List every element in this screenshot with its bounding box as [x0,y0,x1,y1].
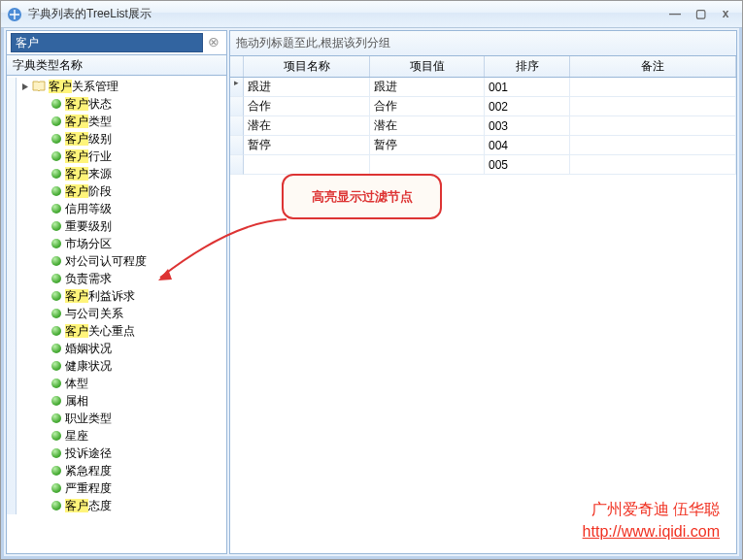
tree-node[interactable]: 投诉途径 [17,445,226,462]
tree-node[interactable]: 客户级别 [17,130,226,148]
tree-body: 客户关系管理客户状态客户类型客户级别客户行业客户来源客户阶段信用等级重要级别市场… [7,76,226,553]
node-label: 市场分区 [65,236,112,252]
node-label: 体型 [65,376,88,392]
node-label: 客户类型 [65,114,112,130]
tree-node[interactable]: 重要级别 [17,217,226,235]
tree-node[interactable]: 体型 [17,375,226,392]
bullet-icon [51,99,61,109]
grid-header: 项目名称 项目值 排序 备注 [230,56,736,78]
node-label: 职业类型 [65,411,112,427]
minimize-button[interactable]: — [664,7,686,22]
tree-node[interactable]: 客户类型 [17,113,226,130]
tree-node[interactable]: 对公司认可程度 [17,252,226,270]
search-input[interactable] [11,33,203,52]
table-row[interactable]: 005 [230,155,736,175]
bullet-icon [51,239,61,248]
tree-node[interactable]: 客户行业 [17,148,226,165]
annotation-callout: 高亮显示过滤节点 [282,174,442,219]
tree-node[interactable]: 客户态度 [17,497,226,514]
table-row[interactable]: 潜在潜在003 [230,116,736,136]
cell-value: 跟进 [370,78,485,97]
column-header-value[interactable]: 项目值 [370,56,485,77]
node-label: 星座 [65,428,88,445]
bullet-icon [51,116,61,126]
watermark: 广州爱奇迪 伍华聪 http://www.iqidi.com [583,499,720,543]
row-indicator: ▸ [230,78,244,97]
bullet-icon [51,151,61,161]
node-label: 信用等级 [65,201,112,217]
tree-root-node[interactable]: 客户关系管理 [17,78,226,95]
tree-node[interactable]: 属相 [17,392,226,410]
node-label: 客户级别 [65,131,112,148]
tree-panel: ⊗ 字典类型名称 客户关系管理客户状态客户类型客户级别客户行业客户来源客户阶段信… [6,30,227,554]
app-icon [7,7,22,22]
cell-sort: 002 [485,97,570,116]
node-label: 客户阶段 [65,183,112,200]
bullet-icon [51,274,61,283]
tree-node[interactable]: 与公司关系 [17,305,226,322]
tree-node[interactable]: 婚姻状况 [17,340,226,357]
content-area: ⊗ 字典类型名称 客户关系管理客户状态客户类型客户级别客户行业客户来源客户阶段信… [1,28,742,559]
column-header-remark[interactable]: 备注 [570,56,736,77]
tree-column-header[interactable]: 字典类型名称 [7,54,226,76]
node-label: 婚姻状况 [65,341,112,357]
node-label: 客户利益诉求 [65,288,135,305]
row-indicator [230,136,244,155]
node-label: 客户态度 [65,498,112,514]
cell-value [370,155,485,175]
cell-value: 暂停 [370,136,485,155]
bullet-icon [51,256,61,266]
cell-value: 合作 [370,97,485,116]
tree-node[interactable]: 负责需求 [17,270,226,287]
table-row[interactable]: 合作合作002 [230,97,736,116]
cell-remark [570,116,736,136]
bullet-icon [51,309,61,318]
tree-node[interactable]: 客户利益诉求 [17,287,226,305]
node-label: 紧急程度 [65,463,112,479]
bullet-icon [51,344,61,353]
group-by-bar[interactable]: 拖动列标题至此,根据该列分组 [230,31,736,56]
node-label: 客户关心重点 [65,323,135,340]
tree-node[interactable]: 严重程度 [17,479,226,497]
column-header-name[interactable]: 项目名称 [244,56,370,77]
node-label: 客户来源 [65,166,112,182]
bullet-icon [51,291,61,301]
tree-node[interactable]: 信用等级 [17,200,226,217]
node-label: 健康状况 [65,358,112,375]
tree-node[interactable]: 健康状况 [17,357,226,375]
maximize-button[interactable]: ▢ [690,7,711,22]
close-button[interactable]: x [715,7,736,22]
tree-node[interactable]: 客户状态 [17,95,226,113]
tree-node[interactable]: 客户关心重点 [17,322,226,340]
cell-remark [570,78,736,97]
watermark-link[interactable]: http://www.iqidi.com [583,523,720,540]
bullet-icon [51,326,61,336]
tree-node[interactable]: 职业类型 [17,410,226,427]
bullet-icon [51,379,61,388]
expand-icon[interactable] [20,82,30,91]
node-label: 投诉途径 [65,445,112,462]
app-window: 字典列表的TreeList展示 — ▢ x ⊗ 字典类型名称 客户关系管理客户状… [0,0,743,560]
callout-text: 高亮显示过滤节点 [312,188,413,206]
window-title: 字典列表的TreeList展示 [28,6,660,22]
tree-node[interactable]: 客户来源 [17,165,226,182]
tree-node[interactable]: 紧急程度 [17,462,226,479]
cell-sort: 001 [485,78,570,97]
bullet-icon [51,431,61,441]
column-header-sort[interactable]: 排序 [485,56,570,77]
node-label: 客户行业 [65,148,112,165]
node-label: 重要级别 [65,218,112,235]
clear-search-icon[interactable]: ⊗ [205,34,222,51]
tree-node[interactable]: 客户阶段 [17,182,226,200]
tree-node[interactable]: 星座 [17,427,226,445]
table-row[interactable]: 暂停暂停004 [230,136,736,155]
bullet-icon [51,204,61,214]
table-row[interactable]: ▸跟进跟进001 [230,78,736,97]
cell-name: 合作 [244,97,370,116]
bullet-icon [51,221,61,231]
node-label: 负责需求 [65,271,112,287]
tree-node[interactable]: 市场分区 [17,235,226,252]
node-label: 客户状态 [65,96,112,113]
bullet-icon [51,186,61,196]
bullet-icon [51,501,61,511]
